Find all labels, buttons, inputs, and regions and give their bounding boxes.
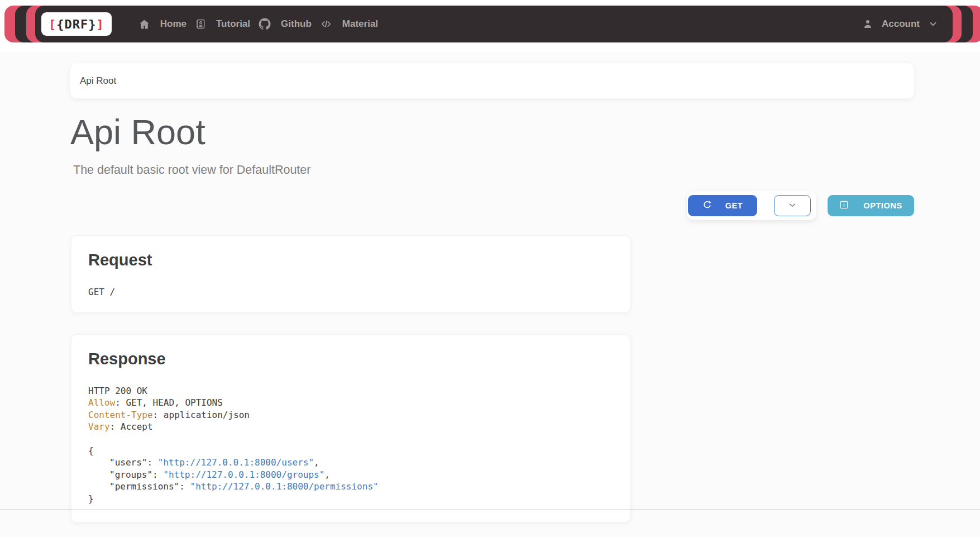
- header-name: Allow: [88, 397, 115, 408]
- home-icon: [138, 18, 150, 30]
- json-key: "groups": [109, 469, 152, 480]
- json-open-brace: {: [88, 445, 613, 457]
- nav-item-material[interactable]: Material: [320, 18, 378, 30]
- json-separator: :: [152, 469, 163, 480]
- nav-item-home[interactable]: Home: [138, 18, 187, 30]
- request-heading: Request: [88, 250, 613, 269]
- account-menu[interactable]: Account: [862, 18, 938, 30]
- json-comma: ,: [324, 469, 330, 480]
- get-button[interactable]: GET: [688, 195, 757, 216]
- json-separator: :: [179, 481, 190, 492]
- nav-item-tutorial[interactable]: Tutorial: [195, 18, 250, 30]
- response-header-content-type: Content-Type: application/json: [88, 409, 613, 421]
- breadcrumb-item-api-root[interactable]: Api Root: [80, 75, 116, 87]
- logo-text: {DRF}: [56, 17, 96, 31]
- groups-url-link[interactable]: "http://127.0.0.1:8000/groups": [163, 469, 324, 480]
- navbar: [{DRF}] Home: [35, 6, 953, 42]
- get-button-label: GET: [725, 201, 743, 210]
- json-entry-groups: "groups": "http://127.0.0.1:8000/groups"…: [88, 469, 613, 481]
- page-divider: [0, 509, 980, 510]
- person-icon: [862, 18, 873, 30]
- nav-item-label: Home: [160, 18, 187, 30]
- status-line: HTTP 200 OK: [88, 385, 613, 397]
- tutorial-icon: [195, 18, 206, 30]
- page-subtitle: The default basic root view for DefaultR…: [73, 163, 310, 177]
- request-line: GET /: [88, 286, 613, 298]
- json-entry-permissions: "permissions": "http://127.0.0.1:8000/pe…: [88, 481, 613, 492]
- users-url-link[interactable]: "http://127.0.0.1:8000/users": [158, 457, 314, 468]
- account-label: Account: [882, 18, 920, 30]
- options-button-label: OPTIONS: [863, 201, 902, 210]
- logo-left-bracket: [: [49, 17, 56, 31]
- breadcrumb: Api Root: [70, 63, 915, 99]
- chevron-down-icon: [928, 19, 938, 29]
- response-header-vary: Vary: Accept: [88, 421, 613, 433]
- get-button-group: GET: [687, 191, 816, 220]
- json-key: "users": [109, 457, 147, 468]
- request-card: Request GET /: [71, 235, 630, 313]
- refresh-icon: [702, 200, 712, 211]
- navbar-stack: [{DRF}] Home: [4, 6, 980, 42]
- json-entry-users: "users": "http://127.0.0.1:8000/users",: [88, 457, 613, 468]
- nav-item-github[interactable]: Github: [259, 18, 312, 30]
- response-header-allow: Allow: GET, HEAD, OPTIONS: [88, 397, 613, 408]
- request-code: GET /: [88, 286, 613, 298]
- chevron-down-icon: [787, 200, 797, 212]
- json-close-brace: }: [88, 493, 613, 505]
- code-icon: [320, 18, 332, 30]
- permissions-url-link[interactable]: "http://127.0.0.1:8000/permissions": [190, 481, 379, 492]
- drf-logo[interactable]: [{DRF}]: [41, 12, 112, 36]
- github-icon: [259, 18, 271, 30]
- header-name: Content-Type: [88, 410, 153, 420]
- drf-browsable-api-page: [{DRF}] Home: [0, 0, 980, 537]
- navbar-links: Home Tutorial: [138, 18, 386, 30]
- json-key: "permissions": [109, 481, 179, 492]
- nav-item-label: Material: [342, 18, 378, 30]
- header-value: : application/json: [153, 410, 250, 420]
- page-title: Api Root: [70, 112, 205, 152]
- get-dropdown-toggle[interactable]: [774, 195, 811, 216]
- nav-item-label: Github: [281, 18, 312, 30]
- header-name: Vary: [88, 421, 110, 432]
- response-heading: Response: [88, 349, 613, 368]
- options-button[interactable]: OPTIONS: [828, 195, 914, 216]
- json-comma: ,: [314, 457, 319, 468]
- json-separator: :: [147, 457, 157, 468]
- info-icon: [839, 200, 849, 211]
- blank-line: [88, 433, 613, 445]
- response-card: Response HTTP 200 OK Allow: GET, HEAD, O…: [71, 334, 630, 522]
- logo-right-bracket: ]: [96, 17, 104, 31]
- header-value: : Accept: [110, 421, 153, 432]
- response-code: HTTP 200 OK Allow: GET, HEAD, OPTIONS Co…: [88, 385, 613, 505]
- header-value: : GET, HEAD, OPTIONS: [115, 397, 223, 408]
- nav-item-label: Tutorial: [216, 18, 250, 30]
